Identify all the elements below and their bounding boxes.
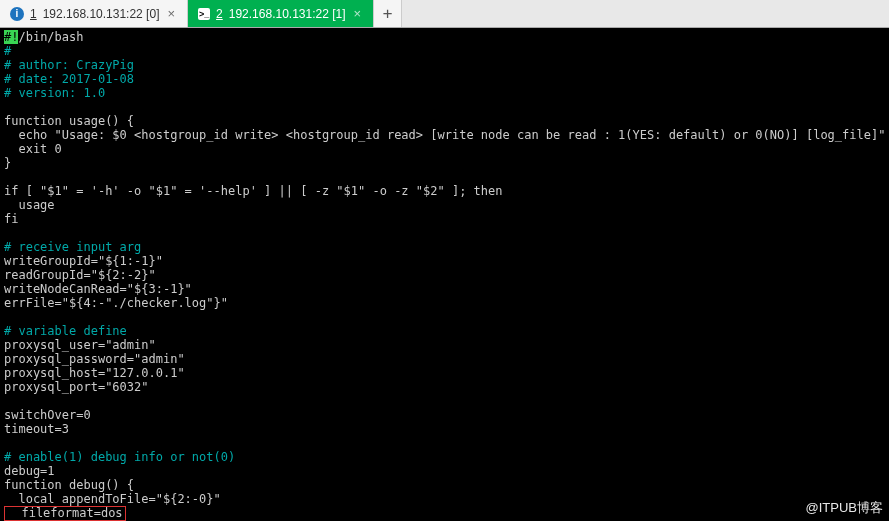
tab-number: 2 [216,7,223,21]
code-line: } [4,156,11,170]
code-line: exit 0 [4,142,62,156]
shebang-highlight: #! [4,30,18,44]
code-line: proxysql_host="127.0.0.1" [4,366,185,380]
watermark: @ITPUB博客 [806,499,883,517]
tab-number: 1 [30,7,37,21]
code-line: # enable(1) debug info or not(0) [4,450,235,464]
tab-label: 192.168.10.131:22 [1] [229,7,346,21]
code-line: usage [4,198,55,212]
code-line: switchOver=0 [4,408,91,422]
code-line: writeGroupId="${1:-1}" [4,254,163,268]
code-line: function usage() { [4,114,134,128]
code-line: # author: CrazyPig [4,58,134,72]
close-icon[interactable]: × [352,7,364,20]
code-line: # version: 1.0 [4,86,105,100]
code-line: # receive input arg [4,240,141,254]
code-line: proxysql_port="6032" [4,380,149,394]
tab-label: 192.168.10.131:22 [0] [43,7,160,21]
code-line: /bin/bash [18,30,83,44]
info-icon: i [10,7,24,21]
code-line: echo "Usage: $0 <hostgroup_id write> <ho… [4,128,885,142]
code-line: readGroupId="${2:-2}" [4,268,156,282]
code-line: fi [4,212,18,226]
tab-bar-spacer [402,0,889,27]
code-line: # date: 2017-01-08 [4,72,134,86]
code-line: # [4,44,11,58]
code-line: function debug() { [4,478,134,492]
tab-session-0[interactable]: i 1 192.168.10.131:22 [0] × [0,0,188,27]
close-icon[interactable]: × [165,7,177,20]
code-line: timeout=3 [4,422,69,436]
code-line: if [ "$1" = '-h' -o "$1" = '--help' ] ||… [4,184,503,198]
terminal-content[interactable]: #!/bin/bash # # author: CrazyPig # date:… [0,28,889,521]
tab-bar: i 1 192.168.10.131:22 [0] × >_ 2 192.168… [0,0,889,28]
code-line: writeNodeCanRead="${3:-1}" [4,282,192,296]
terminal-icon: >_ [198,8,210,20]
new-tab-button[interactable]: + [374,0,402,27]
fileformat-status: fileformat=dos [4,506,126,521]
code-line: proxysql_user="admin" [4,338,156,352]
code-line: proxysql_password="admin" [4,352,185,366]
code-line: local appendToFile="${2:-0}" [4,492,221,506]
code-line: debug=1 [4,464,55,478]
tab-session-1[interactable]: >_ 2 192.168.10.131:22 [1] × [188,0,374,27]
code-line: # variable define [4,324,127,338]
code-line: errFile="${4:-"./checker.log"}" [4,296,228,310]
